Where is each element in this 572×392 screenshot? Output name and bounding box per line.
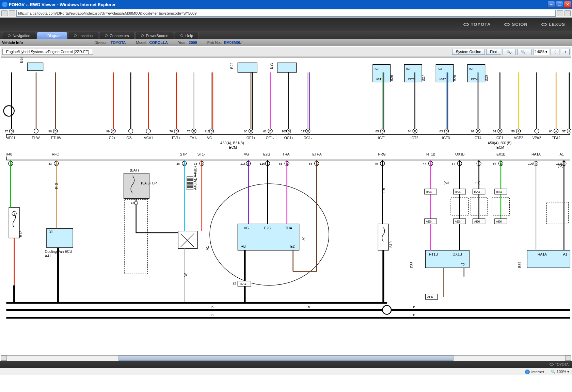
svg-text:THA: THA [285,226,292,230]
page-zoom[interactable]: 🔍 100% ▾ [551,370,569,374]
svg-text:G2+: G2+ [109,136,116,140]
svg-text:(*3): (*3) [475,181,480,184]
forward-button[interactable] [9,10,15,16]
refresh-button[interactable] [557,10,563,16]
svg-text:#E01: #E01 [7,136,15,140]
svg-text:97: 97 [4,130,8,133]
svg-text:B: B [413,306,415,309]
svg-text:OX1B: OX1B [452,252,462,256]
svg-rect-196 [124,173,149,199]
svg-text:OC1+: OC1+ [284,136,293,140]
zoom-select[interactable]: 140% ▾ [533,49,549,55]
svg-text:VG: VG [244,152,249,156]
prev-page-button[interactable]: ⟨ [551,49,559,55]
tab-connectors[interactable]: Connectors [99,32,134,39]
horizontal-scrollbar[interactable] [1,355,571,361]
tab-powersource[interactable]: PowerSource [135,32,174,39]
find-button[interactable]: Find [486,49,501,55]
svg-rect-213 [187,178,193,181]
svg-text:VCP2: VCP2 [514,136,523,140]
tab-help[interactable]: Help [175,32,199,39]
svg-text:88: 88 [309,162,312,165]
svg-text:E2: E2 [290,245,295,248]
brand-bar: TOYOTA SCION LEXUS [0,18,572,31]
svg-text:ST1-: ST1- [197,152,205,156]
svg-text:82: 82 [471,130,474,133]
window-titlebar: FONGV :: EWD Viewer - Windows Internet E… [0,0,572,9]
scrollbar-thumb[interactable] [118,356,454,361]
svg-text:(*3): (*3) [444,181,449,184]
ie-icon [2,2,7,7]
svg-text:B: B [477,130,479,133]
svg-text:A: A [518,130,520,133]
svg-text:G2-: G2- [126,136,132,140]
svg-text:B: B [382,130,384,133]
ecm-label-right: A50(A), B31(B) [488,141,511,145]
svg-text:B: B [193,130,195,133]
scroll-right-button[interactable] [565,356,571,361]
svg-text:HA1A: HA1A [531,152,541,156]
status-bar: Internet 🔍 100% ▾ [0,368,572,375]
svg-text:OE1+: OE1+ [247,136,256,140]
tab-navigation[interactable]: Navigation [2,32,36,39]
svg-text:B12: B12 [19,231,23,237]
svg-text:#40: #40 [6,152,12,156]
svg-text:(*3): (*3) [558,164,563,168]
svg-point-120 [535,129,539,133]
svg-text:IGT2: IGT2 [411,136,418,140]
close-button[interactable]: ✕ [564,1,571,8]
svg-text:B27: B27 [422,75,425,81]
stop-button[interactable] [565,10,571,16]
svg-text:118: 118 [240,162,245,165]
minimize-button[interactable]: – [547,1,555,8]
zoom-in-button[interactable]: 🔍+ [517,49,531,55]
svg-text:ETHW: ETHW [51,136,62,140]
system-outline-button[interactable]: System Outline [452,49,485,55]
svg-text:(BAT): (BAT) [130,168,139,172]
tab-diagram[interactable]: Diagram [37,32,67,39]
svg-text:+B: +B [241,245,246,248]
next-page-button[interactable]: ⟩ [561,49,570,55]
svg-text:IGF: IGF [406,67,412,70]
scroll-left-button[interactable] [1,356,7,361]
window-title: FONGV :: EWD Viewer - Windows Internet E… [9,2,547,7]
svg-text:OE1-: OE1- [266,136,274,140]
svg-point-31 [34,129,38,133]
zoom-out-button[interactable]: 🔍- [503,49,516,55]
diagram-toolbar: Engine/Hybrid System-->Engine Control (2… [1,47,571,56]
svg-text:B: B [499,130,501,133]
svg-text:B: B [112,130,114,133]
svg-rect-7 [277,63,297,72]
svg-text:IGT3: IGT3 [440,78,446,81]
svg-text:IGT2: IGT2 [408,78,415,81]
footer-brand-bar: TOYOTA [0,361,572,368]
svg-text:IGT4: IGT4 [474,136,481,140]
svg-text:BA4: BA4 [474,190,480,194]
svg-text:B28: B28 [453,75,457,81]
svg-rect-214 [187,182,193,185]
svg-text:BA4: BA4 [496,190,502,194]
svg-text:83: 83 [440,130,443,133]
svg-text:87: 87 [493,162,496,165]
tab-location[interactable]: Location [68,32,99,39]
svg-text:A41: A41 [45,254,51,258]
toyota-logo: TOYOTA [463,22,491,27]
svg-text:18: 18 [131,201,134,205]
maximize-button[interactable]: ❐ [556,1,563,8]
svg-text:60: 60 [549,130,553,133]
svg-text:BA4: BA4 [426,190,432,194]
svg-text:43: 43 [48,162,52,165]
svg-text:109: 109 [528,162,533,165]
vehicle-info-bar: Vehicle Info Division:TOYOTA Model:COROL… [0,39,572,46]
breadcrumb[interactable]: Engine/Hybrid System-->Engine Control (2… [2,49,93,55]
svg-rect-277 [546,202,568,224]
back-button[interactable] [1,10,7,16]
diagram-canvas[interactable]: A50(A), B31(B) ECM A50(A), B31(B) ECM B5… [1,57,571,355]
svg-text:B: B [288,130,290,133]
svg-text:B: B [446,130,448,133]
svg-text:B: B [211,130,213,133]
svg-text:VC: VC [207,136,212,140]
svg-text:117: 117 [204,130,209,133]
svg-text:HT1B: HT1B [426,152,435,156]
url-input[interactable]: http://na.tis.toyota.com/t3Portal/ewdapp… [16,10,556,17]
